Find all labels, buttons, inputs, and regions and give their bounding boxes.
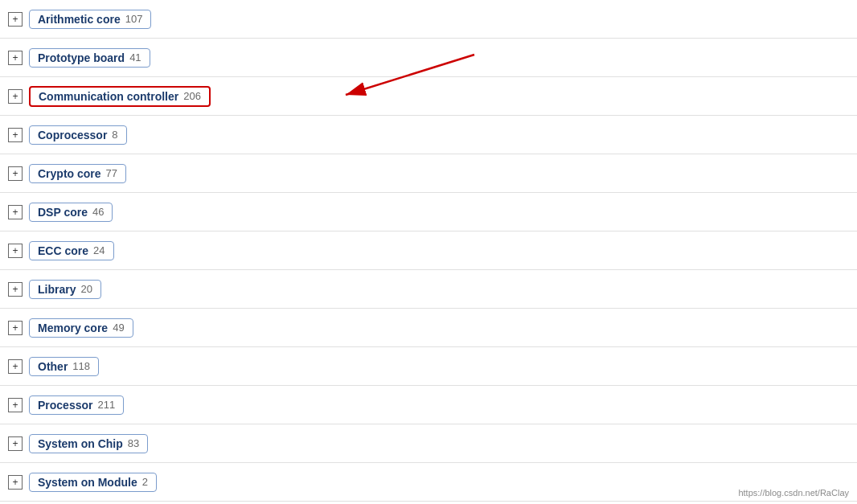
item-label-system-on-chip[interactable]: System on Chip 83 <box>29 434 148 453</box>
expand-btn-coprocessor[interactable]: + <box>8 128 23 142</box>
item-name-system-on-module: System on Module <box>38 476 137 489</box>
list-item-library: + Library 20 <box>0 270 857 309</box>
expand-btn-arithmetic-core[interactable]: + <box>8 12 23 27</box>
item-count-library: 20 <box>80 283 92 295</box>
item-label-system-on-module[interactable]: System on Module 2 <box>29 473 157 492</box>
item-count-system-on-chip: 83 <box>128 437 139 449</box>
item-name-communication-controller: Communication controller <box>39 90 178 103</box>
item-name-memory-core: Memory core <box>38 322 108 334</box>
item-name-coprocessor: Coprocessor <box>38 129 107 141</box>
list-item-other: + Other 118 <box>0 347 857 386</box>
item-count-dsp-core: 46 <box>92 206 104 218</box>
item-name-processor: Processor <box>38 399 92 412</box>
item-name-ecc-core: ECC core <box>38 244 88 257</box>
list-item-system-on-chip: + System on Chip 83 <box>0 424 857 463</box>
item-label-dsp-core[interactable]: DSP core 46 <box>29 203 113 222</box>
item-label-coprocessor[interactable]: Coprocessor 8 <box>29 125 127 145</box>
list-item-system-on-module: + System on Module 2 <box>0 463 857 502</box>
item-label-memory-core[interactable]: Memory core 49 <box>29 318 133 338</box>
list-item-dsp-core: + DSP core 46 <box>0 193 857 232</box>
item-count-processor: 211 <box>97 399 115 411</box>
item-count-system-on-module: 2 <box>142 476 148 488</box>
category-list: + Arithmetic core 107 + Prototype board … <box>0 0 857 502</box>
item-count-communication-controller: 206 <box>183 90 201 102</box>
expand-btn-system-on-chip[interactable]: + <box>8 436 23 451</box>
list-item-processor: + Processor 211 <box>0 386 857 424</box>
item-count-memory-core: 49 <box>113 322 124 334</box>
item-name-arithmetic-core: Arithmetic core <box>38 13 121 26</box>
expand-btn-prototype-board[interactable]: + <box>8 51 23 65</box>
item-name-library: Library <box>38 283 76 296</box>
expand-btn-ecc-core[interactable]: + <box>8 244 23 258</box>
item-label-prototype-board[interactable]: Prototype board 41 <box>29 48 150 68</box>
item-name-other: Other <box>38 360 68 373</box>
item-count-other: 118 <box>72 360 90 372</box>
expand-btn-crypto-core[interactable]: + <box>8 166 23 181</box>
expand-btn-dsp-core[interactable]: + <box>8 205 23 219</box>
expand-btn-system-on-module[interactable]: + <box>8 475 23 490</box>
expand-btn-communication-controller[interactable]: + <box>8 89 23 104</box>
list-item-communication-controller: + Communication controller 206 <box>0 77 857 116</box>
item-name-crypto-core: Crypto core <box>38 167 101 180</box>
watermark: https://blog.csdn.net/RaClay <box>738 488 849 498</box>
item-count-arithmetic-core: 107 <box>125 13 143 25</box>
list-item-ecc-core: + ECC core 24 <box>0 232 857 270</box>
item-label-communication-controller[interactable]: Communication controller 206 <box>29 86 211 107</box>
item-count-coprocessor: 8 <box>112 129 117 141</box>
list-item-arithmetic-core: + Arithmetic core 107 <box>0 0 857 39</box>
items-container: + Arithmetic core 107 + Prototype board … <box>0 0 857 502</box>
item-label-crypto-core[interactable]: Crypto core 77 <box>29 164 126 183</box>
item-name-prototype-board: Prototype board <box>38 51 125 64</box>
item-name-dsp-core: DSP core <box>38 206 88 219</box>
list-item-crypto-core: + Crypto core 77 <box>0 154 857 193</box>
item-label-ecc-core[interactable]: ECC core 24 <box>29 241 114 260</box>
expand-btn-library[interactable]: + <box>8 282 23 297</box>
expand-btn-other[interactable]: + <box>8 359 23 374</box>
item-count-crypto-core: 77 <box>106 167 117 179</box>
item-label-processor[interactable]: Processor 211 <box>29 395 124 415</box>
list-item-coprocessor: + Coprocessor 8 <box>0 116 857 154</box>
expand-btn-memory-core[interactable]: + <box>8 321 23 335</box>
item-label-library[interactable]: Library 20 <box>29 280 101 299</box>
item-name-system-on-chip: System on Chip <box>38 437 123 450</box>
expand-btn-processor[interactable]: + <box>8 398 23 412</box>
item-count-ecc-core: 24 <box>93 244 105 256</box>
item-label-arithmetic-core[interactable]: Arithmetic core 107 <box>29 10 151 29</box>
item-label-other[interactable]: Other 118 <box>29 357 99 376</box>
item-count-prototype-board: 41 <box>129 51 141 64</box>
list-item-prototype-board: + Prototype board 41 <box>0 39 857 77</box>
list-item-memory-core: + Memory core 49 <box>0 309 857 347</box>
